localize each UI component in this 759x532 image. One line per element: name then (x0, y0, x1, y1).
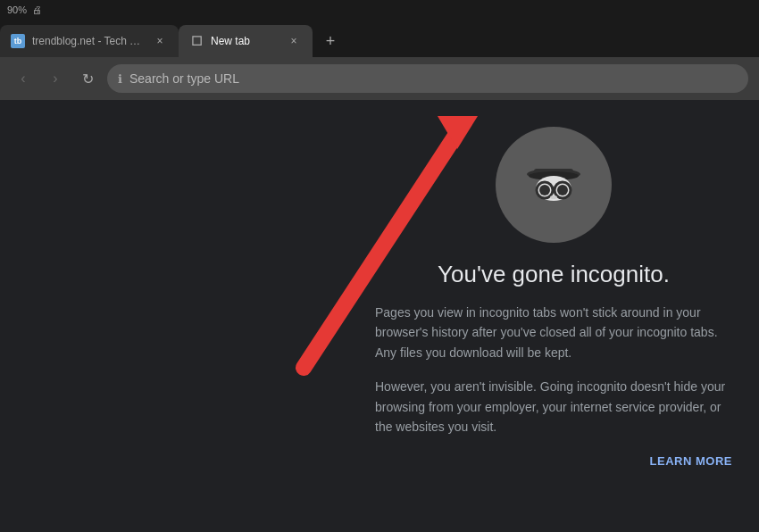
zoom-level: 90% (7, 4, 27, 15)
system-bar: 90% 🖨 (0, 0, 759, 20)
learn-more-link[interactable]: LEARN MORE (375, 454, 732, 468)
forward-button[interactable]: › (43, 66, 68, 91)
tab-trendblog[interactable]: tb trendblog.net - Tech Tips, Tu... × (0, 25, 179, 57)
tab-favicon-trendblog: tb (11, 34, 25, 48)
printer-icon: 🖨 (32, 4, 42, 15)
page-content: You've gone incognito. Pages you view in… (0, 100, 759, 532)
svg-point-7 (557, 185, 568, 195)
incognito-container: You've gone incognito. Pages you view in… (375, 127, 732, 468)
tab-close-newtab[interactable]: × (286, 33, 302, 49)
incognito-body-text-1: Pages you view in incognito tabs won't s… (375, 303, 732, 362)
incognito-title: You've gone incognito. (438, 261, 670, 288)
tab-title-newtab: New tab (211, 35, 279, 47)
forward-icon: › (53, 71, 57, 87)
tab-bar: tb trendblog.net - Tech Tips, Tu... × ☐ … (0, 20, 759, 57)
info-icon: ℹ (118, 72, 122, 86)
reload-icon: ↻ (82, 71, 94, 87)
reload-button[interactable]: ↻ (75, 66, 100, 91)
address-bar[interactable]: ℹ Search or type URL (107, 64, 748, 93)
address-bar-area: ‹ › ↻ ℹ Search or type URL (0, 57, 759, 100)
tab-favicon-newtab: ☐ (189, 34, 204, 48)
back-icon: ‹ (21, 71, 25, 87)
svg-point-9 (550, 195, 557, 199)
tab-newtab[interactable]: ☐ New tab × (179, 25, 313, 57)
address-bar-placeholder: Search or type URL (129, 71, 239, 86)
back-button[interactable]: ‹ (11, 66, 36, 91)
incognito-body: Pages you view in incognito tabs won't s… (375, 303, 732, 451)
new-tab-button[interactable]: + (316, 25, 345, 57)
incognito-body-text-2: However, you aren't invisible. Going inc… (375, 377, 732, 436)
tab-close-trendblog[interactable]: × (152, 33, 168, 49)
svg-point-5 (539, 185, 550, 195)
incognito-icon (518, 149, 589, 220)
incognito-icon-circle (496, 127, 612, 243)
tab-bar-spacer (345, 25, 759, 57)
tab-title-trendblog: trendblog.net - Tech Tips, Tu... (32, 35, 145, 47)
